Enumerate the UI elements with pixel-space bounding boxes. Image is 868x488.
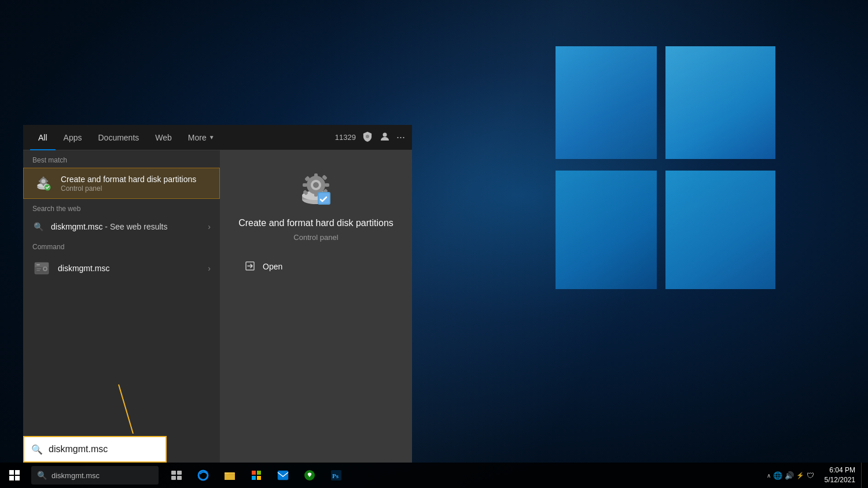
- start-button[interactable]: [0, 463, 29, 488]
- volume-icon[interactable]: 🔊: [785, 471, 794, 480]
- svg-rect-8: [43, 184, 45, 186]
- search-box-value: diskmgmt.msc: [49, 444, 108, 454]
- best-match-item[interactable]: Create and format hard disk partitions C…: [23, 168, 220, 199]
- svg-rect-52: [257, 476, 261, 480]
- web-search-item[interactable]: 🔍 diskmgmt.msc - See web results ›: [23, 216, 220, 237]
- badge-count: 11329: [335, 133, 356, 142]
- taskbar-clock[interactable]: 6:04 PM 5/12/2021: [820, 465, 860, 485]
- edge-browser-button[interactable]: [190, 463, 216, 488]
- svg-rect-24: [314, 173, 318, 178]
- svg-rect-10: [46, 180, 48, 182]
- battery-icon[interactable]: ⚡: [796, 472, 804, 479]
- disk-mgmt-icon-small: [33, 173, 54, 194]
- right-panel: Create and format hard disk partitions C…: [220, 150, 412, 463]
- svg-point-6: [41, 179, 45, 183]
- svg-rect-49: [252, 471, 256, 475]
- taskbar-right: ∧ 🌐 🔊 ⚡ 🛡 6:04 PM 5/12/2021: [762, 463, 868, 488]
- detail-actions: Open: [231, 256, 400, 278]
- best-match-sub: Control panel: [61, 184, 210, 193]
- open-action[interactable]: Open: [237, 256, 395, 278]
- command-item[interactable]: diskmgmt.msc ›: [23, 254, 220, 282]
- svg-rect-34: [319, 193, 329, 204]
- svg-rect-37: [9, 470, 14, 475]
- tab-all[interactable]: All: [30, 125, 56, 150]
- task-view-button[interactable]: [163, 463, 190, 488]
- svg-rect-26: [303, 183, 307, 187]
- svg-point-32: [313, 182, 319, 188]
- svg-rect-47: [225, 474, 235, 480]
- taskbar-app-icons: Ps: [163, 463, 350, 488]
- svg-rect-53: [278, 471, 288, 480]
- tab-documents[interactable]: Documents: [90, 125, 147, 150]
- command-name: diskmgmt.msc: [58, 264, 208, 273]
- best-match-name: Create and format hard disk partitions: [61, 174, 210, 184]
- taskbar-search-text: diskmgmt.msc: [52, 471, 100, 480]
- svg-rect-18: [36, 270, 40, 271]
- svg-point-0: [366, 135, 369, 138]
- svg-rect-14: [36, 264, 40, 265]
- detail-title: Create and format hard disk partitions: [238, 217, 393, 230]
- svg-rect-38: [15, 470, 20, 475]
- svg-rect-25: [314, 192, 318, 197]
- defender-icon[interactable]: 🛡: [807, 471, 814, 480]
- svg-rect-40: [15, 476, 20, 480]
- svg-rect-9: [39, 180, 41, 182]
- taskbar-search-icon: 🔍: [37, 471, 47, 480]
- best-match-label: Best match: [23, 150, 220, 168]
- open-icon: [244, 261, 256, 272]
- start-menu-tabs: All Apps Documents Web More ▼ 11329: [23, 125, 412, 150]
- open-label: Open: [263, 262, 282, 271]
- disk-mgmt-icon-large: [296, 168, 336, 208]
- xbox-button[interactable]: [296, 463, 323, 488]
- svg-rect-39: [9, 476, 14, 480]
- search-box-container: 🔍 diskmgmt.msc: [23, 436, 167, 463]
- search-box[interactable]: 🔍 diskmgmt.msc: [23, 436, 167, 463]
- more-icon[interactable]: ···: [396, 131, 405, 143]
- svg-rect-51: [252, 476, 256, 480]
- show-desktop-button[interactable]: [861, 463, 863, 488]
- svg-rect-27: [325, 183, 329, 187]
- chevron-right-icon: ›: [208, 222, 211, 231]
- svg-rect-7: [43, 176, 45, 179]
- clock-time: 6:04 PM: [825, 465, 855, 475]
- search-box-icon: 🔍: [31, 444, 43, 455]
- cmd-disk-icon: [32, 259, 51, 278]
- svg-rect-17: [36, 268, 41, 269]
- chevron-down-icon: ▼: [209, 134, 215, 141]
- taskbar: 🔍 diskmgmt.msc: [0, 463, 868, 488]
- svg-rect-42: [177, 471, 182, 475]
- system-tray: ∧ 🌐 🔊 ⚡ 🛡: [762, 471, 819, 480]
- user-icon[interactable]: [379, 131, 391, 145]
- tab-apps[interactable]: Apps: [56, 125, 90, 150]
- chevron-right-icon-2: ›: [208, 264, 211, 273]
- network-icon[interactable]: 🌐: [773, 471, 782, 480]
- svg-rect-43: [171, 476, 176, 480]
- tab-more[interactable]: More ▼: [180, 125, 223, 150]
- left-panel: Best match: [23, 150, 220, 463]
- web-search-text: diskmgmt.msc - See web results: [51, 222, 208, 231]
- start-menu-body: Best match: [23, 150, 412, 463]
- store-button[interactable]: [243, 463, 270, 488]
- file-explorer-button[interactable]: [216, 463, 243, 488]
- desktop: All Apps Documents Web More ▼ 11329: [0, 0, 868, 488]
- start-menu: All Apps Documents Web More ▼ 11329: [23, 125, 412, 463]
- best-match-text: Create and format hard disk partitions C…: [61, 174, 210, 193]
- command-label: Command: [23, 237, 220, 254]
- svg-rect-44: [177, 476, 182, 480]
- search-web-label: Search the web: [23, 199, 220, 216]
- svg-point-1: [382, 132, 387, 136]
- taskbar-search[interactable]: 🔍 diskmgmt.msc: [31, 466, 159, 485]
- svg-rect-41: [171, 471, 176, 475]
- svg-text:Ps: Ps: [332, 472, 339, 479]
- detail-sub: Control panel: [293, 233, 338, 242]
- mail-button[interactable]: [270, 463, 296, 488]
- svg-point-16: [44, 268, 46, 270]
- shield-icon[interactable]: [362, 131, 373, 145]
- tab-web[interactable]: Web: [147, 125, 180, 150]
- photoshop-button[interactable]: Ps: [323, 463, 350, 488]
- windows-logo-decoration: [556, 46, 775, 289]
- svg-rect-50: [257, 471, 261, 475]
- search-icon: 🔍: [32, 221, 44, 232]
- svg-rect-48: [225, 472, 229, 474]
- tray-overflow-icon[interactable]: ∧: [767, 472, 771, 479]
